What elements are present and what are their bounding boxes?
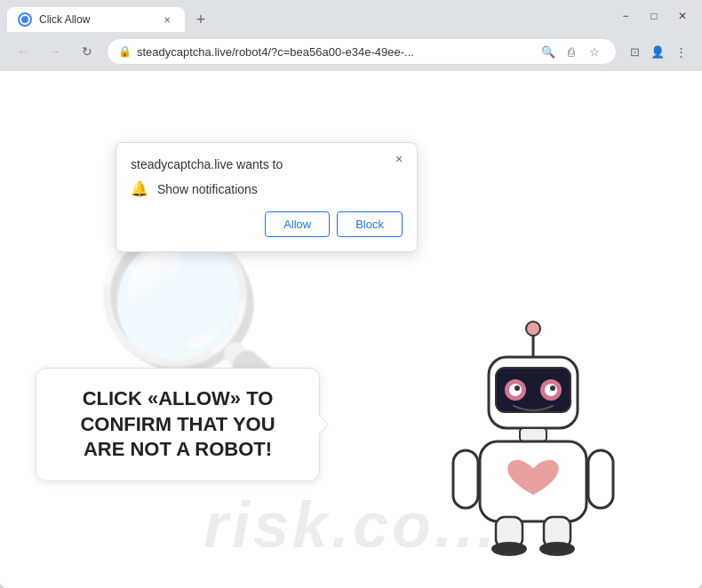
browser-tab[interactable]: Click Allow ✕ — [7, 7, 185, 32]
robot-character — [435, 313, 631, 561]
popup-permission: 🔔 Show notifications — [131, 180, 403, 197]
address-bar: ← → ↻ 🔒 steadycaptcha.live/robot4/?c=bea… — [0, 32, 702, 71]
maximize-button[interactable]: □ — [642, 4, 666, 28]
block-button[interactable]: Block — [337, 211, 403, 237]
url-bar[interactable]: 🔒 steadycaptcha.live/robot4/?c=bea56a00-… — [107, 38, 617, 65]
minimize-button[interactable]: − — [613, 4, 638, 28]
svg-point-1 — [526, 322, 540, 336]
svg-point-17 — [539, 542, 575, 556]
bookmark-icon[interactable]: ☆ — [584, 41, 605, 62]
tab-favicon — [18, 12, 32, 27]
share-icon[interactable]: ⎙ — [561, 41, 582, 62]
svg-point-9 — [550, 385, 555, 391]
page-content: 🔍 risk.co... CLICK «ALLOW» TO CONFIRM TH… — [0, 71, 702, 588]
tab-title: Click Allow — [39, 13, 153, 26]
extensions-icon[interactable]: ⊡ — [624, 41, 645, 62]
close-button[interactable]: ✕ — [670, 4, 695, 28]
browser-window: Click Allow ✕ + − □ ✕ ← → ↻ 🔒 steadycapt… — [0, 0, 702, 588]
browser-actions: ⊡ 👤 ⋮ — [624, 41, 691, 62]
allow-button[interactable]: Allow — [265, 211, 330, 237]
svg-rect-12 — [453, 450, 478, 508]
captcha-message: CLICK «ALLOW» TO CONFIRM THAT YOU ARE NO… — [58, 386, 298, 463]
bell-icon: 🔔 — [131, 180, 148, 197]
svg-rect-10 — [520, 428, 546, 441]
forward-button[interactable]: → — [43, 39, 68, 64]
captcha-bubble: CLICK «ALLOW» TO CONFIRM THAT YOU ARE NO… — [36, 368, 320, 481]
tab-close-button[interactable]: ✕ — [160, 12, 174, 27]
page-body: 🔍 risk.co... CLICK «ALLOW» TO CONFIRM TH… — [0, 71, 702, 588]
popup-site-text: steadycaptcha.live wants to — [131, 157, 403, 171]
title-bar: Click Allow ✕ + − □ ✕ — [0, 0, 702, 32]
search-icon[interactable]: 🔍 — [538, 41, 559, 62]
new-tab-button[interactable]: + — [188, 7, 213, 32]
svg-rect-13 — [588, 450, 613, 508]
reload-button[interactable]: ↻ — [75, 39, 100, 64]
profile-icon[interactable]: 👤 — [647, 41, 668, 62]
popup-buttons: Allow Block — [131, 211, 403, 237]
menu-icon[interactable]: ⋮ — [670, 41, 691, 62]
window-controls: − □ ✕ — [613, 4, 695, 28]
lock-icon: 🔒 — [118, 45, 132, 58]
url-text: steadycaptcha.live/robot4/?c=bea56a00-e3… — [137, 45, 532, 59]
tab-area: Click Allow ✕ + — [7, 0, 602, 32]
notification-popup: × steadycaptcha.live wants to 🔔 Show not… — [116, 142, 418, 252]
permission-text: Show notifications — [157, 182, 258, 196]
popup-close-button[interactable]: × — [390, 150, 408, 168]
back-button[interactable]: ← — [11, 39, 36, 64]
svg-point-16 — [491, 542, 527, 556]
svg-point-8 — [515, 385, 520, 391]
url-actions: 🔍 ⎙ ☆ — [538, 41, 605, 62]
